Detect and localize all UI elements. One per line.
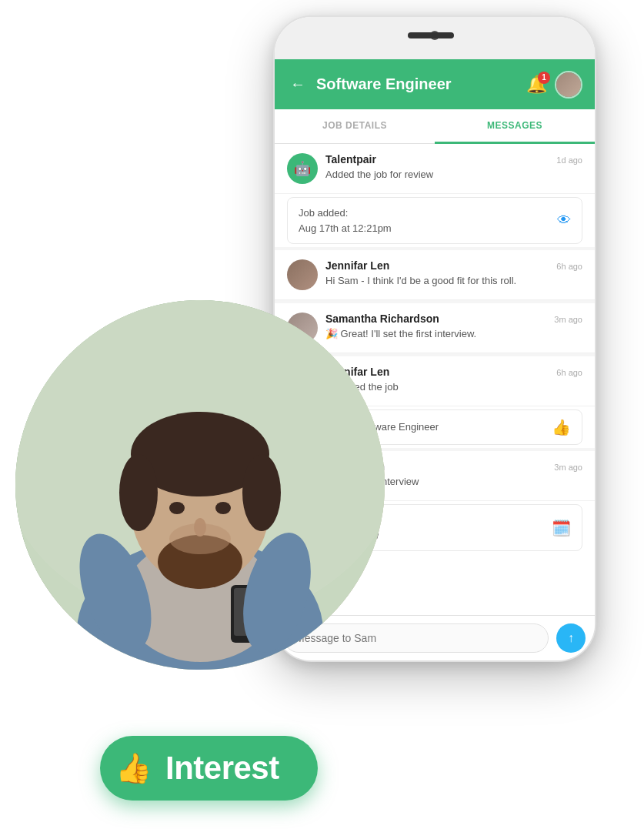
app-header: ← Software Engineer 🔔 1 bbox=[275, 59, 595, 109]
page-title: Software Engineer bbox=[316, 75, 519, 93]
msg-time: 6h ago bbox=[556, 262, 582, 271]
phone-top-bar bbox=[275, 17, 595, 59]
calendar-icon: 🗓️ bbox=[552, 519, 571, 537]
msg-text: Hi Sam - I think I'd be a good fit for t… bbox=[325, 274, 582, 288]
msg-avatar-talentpair: 🤖 bbox=[287, 153, 318, 184]
send-icon: ↑ bbox=[568, 631, 574, 645]
thumbup-icon: 👍 bbox=[552, 418, 571, 436]
interest-thumb-icon: 👍 bbox=[115, 751, 152, 785]
list-item: Jennifar Len 6h ago Hi Sam - I think I'd… bbox=[275, 250, 595, 300]
tab-job-details[interactable]: JOB DETAILS bbox=[275, 109, 435, 143]
msg-time: 1d ago bbox=[556, 155, 582, 165]
notification-badge: 1 bbox=[538, 72, 550, 84]
msg-content: Jennifar Len 6h ago Hi Sam - I think I'd… bbox=[325, 259, 582, 288]
msg-sender: Jennifar Len bbox=[325, 259, 389, 272]
avatar[interactable] bbox=[555, 71, 582, 99]
notification-icon[interactable]: 🔔 1 bbox=[526, 75, 547, 95]
msg-time: 6h ago bbox=[556, 368, 582, 377]
tab-messages[interactable]: MESSAGES bbox=[435, 109, 595, 144]
svg-point-8 bbox=[242, 454, 281, 531]
system-bubble: Job added: Aug 17th at 12:21pm 👁 bbox=[287, 197, 582, 244]
system-bubble-text: Job added: Aug 17th at 12:21pm bbox=[299, 206, 392, 236]
msg-text: Added the job for review bbox=[325, 168, 582, 182]
send-button[interactable]: ↑ bbox=[556, 623, 586, 653]
eye-icon: 👁 bbox=[557, 212, 571, 229]
avatar-image bbox=[556, 72, 581, 97]
header-icons: 🔔 1 bbox=[526, 71, 582, 99]
msg-avatar-jennifer bbox=[287, 259, 318, 290]
list-item: 🤖 Talentpair 1d ago Added the job for re… bbox=[275, 144, 595, 194]
interest-label: Interest bbox=[165, 750, 279, 787]
svg-point-10 bbox=[169, 502, 185, 514]
phone-speaker bbox=[408, 32, 454, 38]
svg-point-17 bbox=[169, 523, 231, 554]
svg-point-7 bbox=[119, 454, 158, 531]
person-photo bbox=[15, 300, 385, 670]
msg-sender: Talentpair bbox=[325, 153, 376, 165]
back-button[interactable]: ← bbox=[287, 72, 309, 96]
msg-time: 3m ago bbox=[554, 315, 582, 324]
interest-button[interactable]: 👍 Interest bbox=[100, 736, 318, 801]
svg-point-11 bbox=[215, 502, 231, 514]
person-silhouette bbox=[15, 300, 385, 670]
msg-time: 3m ago bbox=[554, 463, 582, 472]
person-circle bbox=[15, 300, 385, 670]
msg-content: Talentpair 1d ago Added the job for revi… bbox=[325, 153, 582, 182]
tabs-bar: JOB DETAILS MESSAGES bbox=[275, 109, 595, 144]
